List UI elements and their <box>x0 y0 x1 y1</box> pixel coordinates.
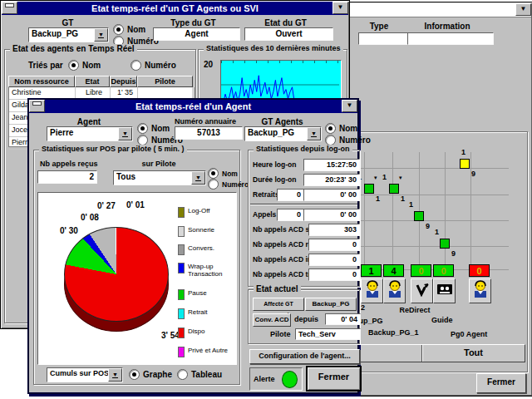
gt-agents-combo[interactable]: Backup_PG ▼ <box>244 126 322 141</box>
minimize-arrow-icon[interactable]: ▼ <box>342 100 357 112</box>
stat-count: 0 <box>277 189 304 201</box>
script-fermer-button[interactable]: Fermer <box>476 373 526 393</box>
node-count-label: 1 <box>401 195 405 203</box>
type-field[interactable] <box>358 32 412 45</box>
desktop: ▼ Type Information 1 9 1 ▾ 1 1 ▾ <box>0 0 532 399</box>
sur-pilote-combo[interactable]: Tous ▼ <box>113 170 206 185</box>
agent-nom-radio[interactable]: Nom <box>137 123 170 134</box>
cumuls-combo-value: Cumuls sur POS <box>50 369 109 377</box>
agent-icon <box>473 280 488 302</box>
legend-swatch <box>178 347 185 357</box>
legend-swatch <box>178 289 185 300</box>
stat-count: 0 <box>277 209 304 221</box>
pilote-field: Tech_Serv <box>295 328 361 340</box>
node-arrow-icon: ▾ <box>374 175 377 180</box>
legend-swatch <box>178 226 185 237</box>
redirect-button[interactable] <box>411 278 433 303</box>
agent-combo[interactable]: Pierre ▼ <box>47 126 133 141</box>
pie-label: 0' 27 <box>97 201 116 210</box>
node-count-label: 9 <box>451 249 456 258</box>
pie-label: 0' 30 <box>60 226 78 235</box>
gt-combo[interactable]: Backup_PG ▼ <box>28 27 109 42</box>
numero-annuaire-field: 57013 <box>175 126 243 140</box>
queue-count: 1 <box>361 264 382 277</box>
pie-chart-area: 0' 27 0' 01 0' 08 0' 30 3' 54 Log-Off So… <box>37 192 237 365</box>
sort-numero-radio[interactable]: Numéro <box>131 60 176 71</box>
type-du-gt-label: Type du GT <box>153 18 234 27</box>
gt-agents-combo-value: Backup_PG <box>248 128 294 137</box>
gt-agents-label: GT Agents <box>244 117 320 126</box>
pilote-nom-radio[interactable]: Nom <box>208 168 238 179</box>
pos-stats-title: Statistiques sur POS par pilote ( 5 min.… <box>39 145 187 153</box>
legend-item: Log-Off <box>178 207 210 218</box>
grid-line <box>392 152 393 275</box>
queue-count: 0 <box>411 264 431 277</box>
pilote-label: Pilote <box>270 330 291 338</box>
script-diagram-group: 1 9 1 ▾ 1 1 ▾ 1 1 9 1 9 1 4 0 0 0 <box>353 131 528 372</box>
legend-swatch <box>178 207 185 218</box>
backup-pg-1-label: Backup_PG_1 <box>368 328 419 337</box>
agent-group-button[interactable] <box>383 278 406 303</box>
etat-actuel-group: Etat actuel Affecté GT courant Backup_PG… <box>248 289 360 344</box>
statut-box[interactable]: Conv. ACD <box>253 313 291 327</box>
node-count-label: 1 <box>376 195 380 203</box>
pilote-numero-radio[interactable]: Numéro <box>208 179 249 190</box>
graphe-radio[interactable]: Graphe <box>129 369 172 380</box>
tout-tab[interactable]: Tout <box>422 347 525 357</box>
affecte-gt-box[interactable]: Affecté GT courant <box>253 298 304 311</box>
combo-arrow-icon[interactable]: ▼ <box>94 28 108 42</box>
minimize-arrow-icon[interactable]: ▼ <box>332 2 348 14</box>
voicemail-button[interactable] <box>433 278 456 303</box>
combo-arrow-icon[interactable]: ▼ <box>108 368 122 382</box>
col-header-etat[interactable]: Etat <box>75 76 110 87</box>
legend-swatch <box>178 263 185 273</box>
gt-window-titlebar[interactable]: Etat temps-réel d'un GT Agents ou SVI <box>2 2 348 15</box>
system-menu-icon[interactable] <box>29 100 45 112</box>
system-menu-icon[interactable] <box>2 2 17 14</box>
config-agent-button[interactable]: Configuration de l'agent... <box>249 349 360 364</box>
redirect-icon <box>415 282 430 300</box>
col-header-nom-ressource[interactable]: Nom ressource <box>8 76 75 87</box>
stat-label: Heure log-on <box>253 160 296 169</box>
combo-arrow-icon[interactable]: ▼ <box>191 171 205 185</box>
grid-line <box>445 152 446 275</box>
sort-nom-radio[interactable]: Nom <box>68 60 101 71</box>
stat-value: 0' 00 <box>303 209 360 221</box>
agent-window-titlebar[interactable]: Etat temps-réel d'un Agent <box>29 100 357 113</box>
tableau-radio[interactable]: Tableau <box>177 369 222 380</box>
etat-du-gt-field: Ouvert <box>244 27 333 41</box>
stat-value: 15:27:50 <box>303 159 360 171</box>
grid-line <box>357 195 509 195</box>
minimize-arrow-icon[interactable]: ▼ <box>515 3 531 16</box>
legend-item: Privé et Autre <box>178 347 231 357</box>
agent-group-button[interactable] <box>469 278 491 303</box>
col-header-depuis[interactable]: Depuis <box>110 76 137 87</box>
combo-arrow-icon[interactable]: ▼ <box>307 127 321 140</box>
gt-agents-nom-radio[interactable]: Nom <box>325 123 357 134</box>
gt-nom-radio[interactable]: Nom <box>113 24 145 35</box>
script-node <box>460 159 470 169</box>
gt-window-title: Etat temps-réel d'un GT Agents ou SVI <box>91 3 259 13</box>
sur-pilote-label: sur Pilote <box>126 160 192 168</box>
combo-arrow-icon[interactable]: ▼ <box>118 127 132 140</box>
depuis-field: 0' 04 <box>325 313 361 325</box>
col-header-pilote[interactable]: Pilote <box>137 76 193 87</box>
node-count-label: 1 <box>409 200 413 209</box>
grid-line <box>357 168 509 169</box>
pie-label: 3' 54 <box>161 331 180 340</box>
cumuls-combo[interactable]: Cumuls sur POS ▼ <box>47 367 123 382</box>
gt-courant-box[interactable]: Backup_PG <box>305 298 357 311</box>
legend-item: Convers. <box>178 244 214 255</box>
agent-fermer-button[interactable]: Fermer <box>306 366 362 392</box>
agent-icon <box>365 280 380 302</box>
script-window: ▼ Type Information 1 9 1 ▾ 1 1 ▾ <box>342 2 532 397</box>
legend-item: Wrap-up Transaction <box>178 263 229 278</box>
tries-par-label: Triés par <box>28 61 63 70</box>
agent-icon <box>387 280 402 302</box>
agent-group-button[interactable] <box>361 278 383 303</box>
stat-value: 0 <box>308 254 360 266</box>
information-field[interactable] <box>407 32 494 45</box>
grid-line <box>357 220 509 221</box>
script-node <box>364 184 374 194</box>
script-window-titlebar[interactable] <box>344 3 531 17</box>
